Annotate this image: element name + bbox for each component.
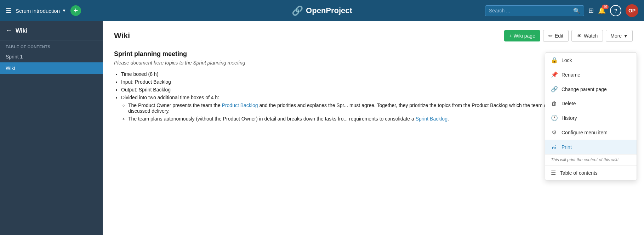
print-icon: 🖨 (551, 144, 557, 150)
toc-label: TABLE OF CONTENTS (0, 40, 103, 51)
add-wiki-page-button[interactable]: + Wiki page (504, 30, 540, 41)
project-name: Scrum introduction (16, 8, 60, 14)
back-icon[interactable]: ← (6, 27, 12, 34)
dropdown-item-toc[interactable]: ☰ Table of contents (545, 166, 637, 180)
help-icon[interactable]: ? (610, 5, 621, 16)
pin-icon: 📌 (551, 71, 557, 78)
sidebar-item-sprint1[interactable]: Sprint 1 (0, 51, 103, 62)
toc-icon: ☰ (551, 169, 556, 176)
sidebar-header: ← Wiki (0, 27, 103, 40)
watch-button[interactable]: 👁 Watch (571, 30, 603, 42)
dropdown-item-change-parent[interactable]: 🔗 Change parent page (545, 82, 637, 96)
grid-icon[interactable]: ⊞ (588, 7, 594, 15)
wiki-header: Wiki + Wiki page ✏ Edit 👁 Watch More ▼ (114, 30, 633, 42)
search-input[interactable] (489, 8, 573, 13)
gear-icon: ⚙ (551, 129, 557, 136)
sprint-backlog-link[interactable]: Sprint Backlog (416, 116, 448, 122)
print-tooltip: This will print the content of this wiki (545, 154, 637, 165)
search-box[interactable]: 🔍 (485, 5, 584, 16)
notification-badge: 19 (602, 5, 609, 9)
link-icon: 🔗 (551, 86, 557, 93)
dropdown-item-configure[interactable]: ⚙ Configure menu item (545, 125, 637, 140)
app-logo: 🔗 OpenProject (292, 5, 352, 16)
eye-icon: 👁 (577, 33, 582, 39)
pencil-icon: ✏ (548, 33, 553, 39)
notifications-icon[interactable]: 🔔 19 (598, 7, 606, 15)
dropdown-item-history[interactable]: 🕐 History (545, 111, 637, 125)
dropdown-item-rename[interactable]: 📌 Rename (545, 67, 637, 82)
hamburger-icon[interactable]: ☰ (6, 7, 11, 15)
more-button[interactable]: More ▼ (606, 30, 633, 42)
app-name: OpenProject (306, 6, 352, 15)
project-dropdown-arrow-icon: ▼ (62, 8, 66, 13)
navbar-right: 🔍 ⊞ 🔔 19 ? OP (485, 4, 638, 17)
sidebar-item-wiki[interactable]: Wiki (0, 62, 103, 74)
more-dropdown-menu: 🔒 Lock 📌 Rename 🔗 Change parent page 🗑 D… (545, 52, 637, 180)
navbar: ☰ Scrum introduction ▼ + 🔗 OpenProject 🔍… (0, 0, 644, 21)
search-icon: 🔍 (573, 7, 580, 14)
add-button[interactable]: + (70, 5, 81, 16)
dropdown-item-print[interactable]: 🖨 Print (545, 140, 637, 154)
dropdown-item-delete[interactable]: 🗑 Delete (545, 96, 637, 111)
trash-icon: 🗑 (551, 100, 557, 107)
edit-button[interactable]: ✏ Edit (543, 30, 569, 42)
sidebar: ← Wiki TABLE OF CONTENTS Sprint 1 Wiki (0, 21, 103, 235)
avatar[interactable]: OP (626, 4, 638, 17)
dropdown-item-lock[interactable]: 🔒 Lock (545, 53, 637, 67)
product-backlog-link[interactable]: Product Backlog (222, 102, 258, 108)
logo-icon: 🔗 (292, 5, 303, 16)
history-icon: 🕐 (551, 114, 557, 121)
sidebar-wiki-label: Wiki (16, 28, 27, 34)
chevron-down-icon: ▼ (623, 33, 628, 39)
wiki-title: Wiki (114, 31, 130, 40)
wiki-actions: + Wiki page ✏ Edit 👁 Watch More ▼ (504, 30, 633, 42)
lock-icon: 🔒 (551, 57, 557, 63)
project-selector[interactable]: Scrum introduction ▼ (16, 8, 66, 14)
